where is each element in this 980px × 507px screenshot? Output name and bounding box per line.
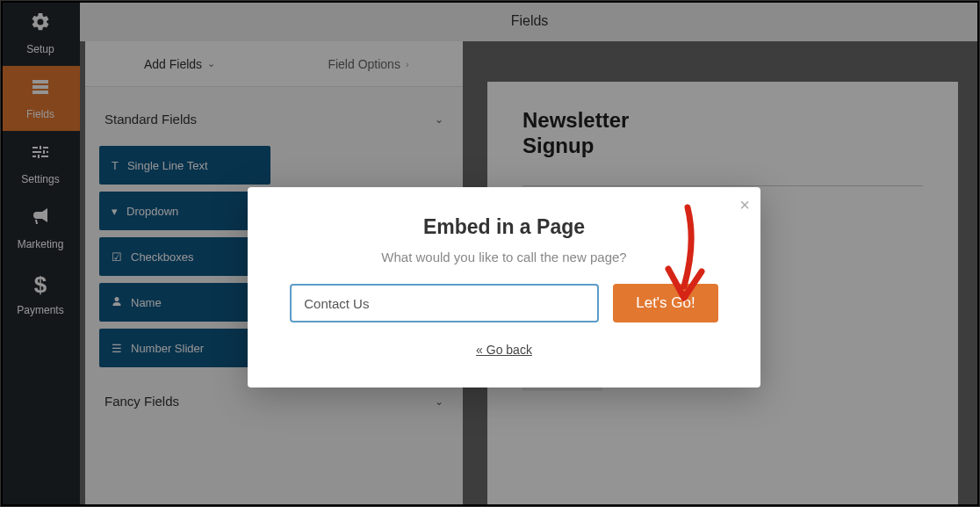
page-name-input[interactable] [290,284,599,322]
go-back-link[interactable]: « Go back [476,343,532,357]
close-icon: × [739,195,750,214]
lets-go-button[interactable]: Let's Go! [613,284,718,322]
modal-title: Embed in a Page [274,215,734,239]
modal-subtitle: What would you like to call the new page… [274,250,734,264]
close-button[interactable]: × [739,196,750,214]
embed-modal: × Embed in a Page What would you like to… [248,187,760,387]
